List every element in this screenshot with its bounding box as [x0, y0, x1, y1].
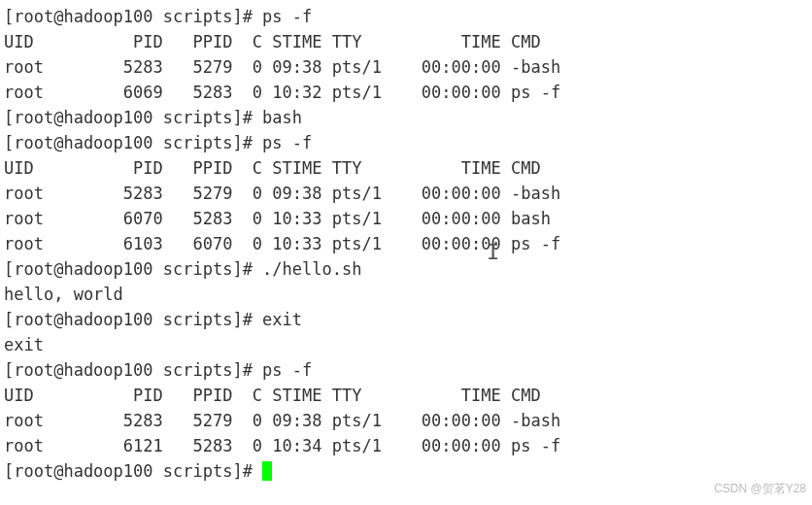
shell-prompt: [root@hadoop100 scripts]#: [4, 7, 262, 26]
terminal[interactable]: [root@hadoop100 scripts]# ps -f UID PID …: [4, 4, 808, 484]
command-text: ./hello.sh: [262, 259, 361, 279]
prompt-line: [root@hadoop100 scripts]# ps -f: [4, 357, 808, 383]
ps-header: UID PID PPID C STIME TTY TIME CMD: [4, 383, 808, 408]
ps-row: root 6121 5283 0 10:34 pts/1 00:00:00 ps…: [4, 433, 808, 458]
ps-header: UID PID PPID C STIME TTY TIME CMD: [4, 29, 808, 54]
ps-row: root 5283 5279 0 09:38 pts/1 00:00:00 -b…: [4, 181, 808, 206]
ps-row: root 5283 5279 0 09:38 pts/1 00:00:00 -b…: [4, 54, 808, 80]
shell-prompt: [root@hadoop100 scripts]#: [4, 461, 262, 481]
prompt-line: [root@hadoop100 scripts]#: [4, 458, 808, 484]
command-text: bash: [262, 108, 302, 127]
ps-row: root 6069 5283 0 10:32 pts/1 00:00:00 ps…: [4, 80, 808, 105]
shell-prompt: [root@hadoop100 scripts]#: [4, 108, 262, 127]
command-text: ps -f: [262, 360, 312, 380]
prompt-line: [root@hadoop100 scripts]# exit: [4, 307, 808, 332]
shell-prompt: [root@hadoop100 scripts]#: [4, 310, 262, 329]
ps-row: root 6070 5283 0 10:33 pts/1 00:00:00 ba…: [4, 206, 808, 231]
shell-prompt: [root@hadoop100 scripts]#: [4, 360, 262, 380]
command-text: exit: [262, 310, 302, 329]
command-text: ps -f: [262, 133, 312, 152]
prompt-line: [root@hadoop100 scripts]# ps -f: [4, 130, 808, 155]
ps-row: root 5283 5279 0 09:38 pts/1 00:00:00 -b…: [4, 408, 808, 433]
cursor-block: [262, 461, 272, 481]
output-line: hello, world: [4, 282, 808, 307]
prompt-line: [root@hadoop100 scripts]# bash: [4, 105, 808, 130]
prompt-line: [root@hadoop100 scripts]# ps -f: [4, 4, 808, 29]
watermark-text: CSDN @贺茗Y28: [714, 476, 806, 501]
ps-header: UID PID PPID C STIME TTY TIME CMD: [4, 155, 808, 181]
shell-prompt: [root@hadoop100 scripts]#: [4, 259, 262, 279]
shell-prompt: [root@hadoop100 scripts]#: [4, 133, 262, 152]
output-line: exit: [4, 332, 808, 357]
ps-row: root 6103 6070 0 10:33 pts/1 00:00:00 ps…: [4, 231, 808, 256]
prompt-line: [root@hadoop100 scripts]# ./hello.sh: [4, 256, 808, 282]
command-text: ps -f: [262, 7, 312, 26]
